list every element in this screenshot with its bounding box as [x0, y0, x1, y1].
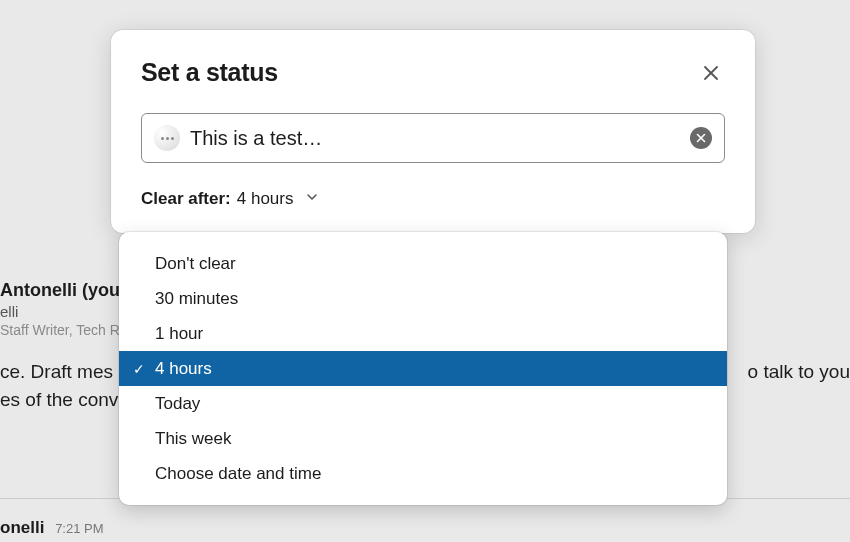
clear-status-button[interactable]: [690, 127, 712, 149]
dropdown-item-label: 1 hour: [155, 324, 203, 344]
check-icon: ✓: [133, 361, 145, 377]
emoji-picker-button[interactable]: [154, 125, 180, 151]
dropdown-item-label: 4 hours: [155, 359, 212, 379]
modal-title: Set a status: [141, 58, 278, 87]
status-input-wrap: [141, 113, 725, 163]
close-button[interactable]: [697, 59, 725, 87]
bg-msg-left: ce. Draft mes: [0, 361, 113, 382]
x-circle-icon: [696, 133, 706, 143]
dropdown-item-label: Choose date and time: [155, 464, 321, 484]
status-text-input[interactable]: [190, 127, 680, 150]
bg-bottom-name: onelli: [0, 518, 44, 537]
clear-after-label: Clear after:: [141, 189, 231, 209]
dropdown-item[interactable]: ✓4 hours: [119, 351, 727, 386]
bg-bottom-timestamp: 7:21 PM: [55, 521, 103, 536]
dropdown-item-label: Today: [155, 394, 200, 414]
dropdown-item[interactable]: 1 hour: [119, 316, 727, 351]
dropdown-item-label: This week: [155, 429, 232, 449]
dropdown-item-label: Don't clear: [155, 254, 236, 274]
clear-after-dropdown: Don't clear30 minutes1 hour✓4 hoursToday…: [119, 232, 727, 505]
speech-balloon-icon: [161, 137, 174, 140]
bg-msg-right: o talk to you: [748, 358, 850, 386]
dropdown-item[interactable]: This week: [119, 421, 727, 456]
modal-header: Set a status: [141, 58, 725, 87]
clear-after-value: 4 hours: [237, 189, 294, 209]
dropdown-item[interactable]: Choose date and time: [119, 456, 727, 491]
chevron-down-icon: [305, 189, 319, 209]
dropdown-item[interactable]: Today: [119, 386, 727, 421]
dropdown-item[interactable]: 30 minutes: [119, 281, 727, 316]
status-modal: Set a status Clear after: 4 hours: [111, 30, 755, 233]
dropdown-item-label: 30 minutes: [155, 289, 238, 309]
close-icon: [702, 64, 720, 82]
clear-after-trigger[interactable]: Clear after: 4 hours: [141, 189, 319, 209]
bg-bottom-row: onelli 7:21 PM: [0, 518, 104, 538]
dropdown-item[interactable]: Don't clear: [119, 246, 727, 281]
